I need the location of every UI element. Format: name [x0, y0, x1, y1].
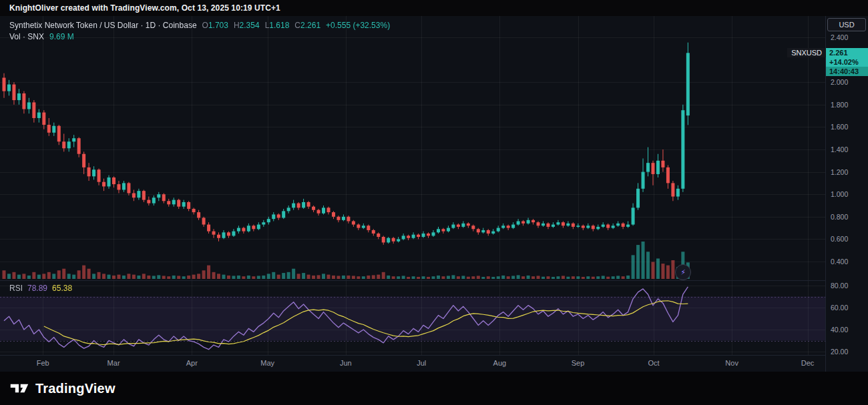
badge-price: 2.261 [826, 48, 868, 57]
price-tick-label: 0.800 [831, 213, 848, 221]
badge-symbol: SNXUSD [787, 48, 826, 57]
rsi-indicator-label[interactable]: RSI [9, 284, 23, 293]
month-label: Apr [186, 359, 198, 367]
price-tick-label: 1.200 [831, 168, 848, 176]
ohlc-open-label: O [202, 21, 208, 30]
rsi-ma-value: 65.38 [52, 284, 72, 293]
price-tick-label: 20.00 [831, 348, 848, 356]
badge-countdown: 14:40:43 [826, 67, 868, 76]
flash-marker-button[interactable]: ⚡ [675, 264, 691, 280]
lightning-icon: ⚡ [680, 269, 686, 276]
ohlc-low-value: 1.618 [269, 21, 289, 30]
ohlc-high-label: H [234, 21, 240, 30]
month-label: Dec [801, 359, 815, 367]
ohlc-open-value: 1.703 [208, 21, 228, 30]
month-label: Jul [417, 359, 426, 367]
tradingview-chart-screenshot: KnightOliver created with TradingView.co… [0, 0, 868, 405]
price-tick-label: 2.400 [831, 33, 848, 41]
ohlc-change-value: +0.555 (+32.53%) [326, 21, 390, 30]
month-label: Nov [725, 359, 738, 367]
tradingview-brand-link[interactable]: TradingView [9, 380, 116, 396]
attribution-text: KnightOliver created with TradingView.co… [9, 3, 280, 13]
chart-canvas[interactable] [0, 16, 825, 355]
price-tick-label: 1.000 [831, 190, 848, 198]
price-tick-label: 1.800 [831, 101, 848, 109]
chart-area: Synthetix Network Token / US Dollar · 1D… [0, 16, 868, 372]
tradingview-logo-icon [9, 380, 29, 396]
month-label: Aug [493, 359, 507, 367]
volume-legend: Vol · SNX9.69 M [9, 32, 74, 41]
month-label: Sep [572, 359, 585, 367]
month-label: Mar [107, 359, 120, 367]
price-tick-label: 0.400 [831, 258, 848, 266]
volume-label[interactable]: Vol · SNX [9, 32, 44, 41]
badge-change-percent: +14.02% [826, 57, 868, 67]
last-price-badge[interactable]: SNXUSD2.261 +14.02% 14:40:43 [787, 48, 868, 76]
price-tick-label: 1.400 [831, 145, 848, 153]
rsi-legend: RSI78.8965.38 [9, 284, 72, 293]
brand-wordmark: TradingView [35, 381, 116, 396]
month-label: Oct [648, 359, 659, 367]
currency-unit-button[interactable]: USD [827, 18, 866, 31]
month-label: Feb [37, 359, 49, 367]
ohlc-high-value: 2.354 [240, 21, 260, 30]
price-tick-label: 2.000 [831, 78, 848, 86]
attribution-bar: KnightOliver created with TradingView.co… [0, 0, 868, 16]
symbol-legend: Synthetix Network Token / US Dollar · 1D… [9, 21, 390, 30]
ohlc-close-label: C [294, 21, 300, 30]
volume-value: 9.69 M [49, 32, 74, 41]
ohlc-close-value: 2.261 [300, 21, 320, 30]
price-tick-label: 1.600 [831, 123, 848, 131]
rsi-value: 78.89 [27, 284, 47, 293]
month-label: May [260, 359, 274, 367]
price-tick-label: 0.600 [831, 235, 848, 243]
symbol-title[interactable]: Synthetix Network Token / US Dollar · 1D… [9, 21, 197, 30]
month-label: Jun [340, 359, 352, 367]
price-tick-label: 80.00 [831, 282, 848, 290]
price-tick-label: 60.00 [831, 304, 848, 312]
price-tick-label: 40.00 [831, 326, 848, 334]
brand-bar: TradingView [0, 372, 868, 405]
time-axis[interactable]: FebMarAprMayJunJulAugSepOctNovDec [0, 355, 825, 372]
